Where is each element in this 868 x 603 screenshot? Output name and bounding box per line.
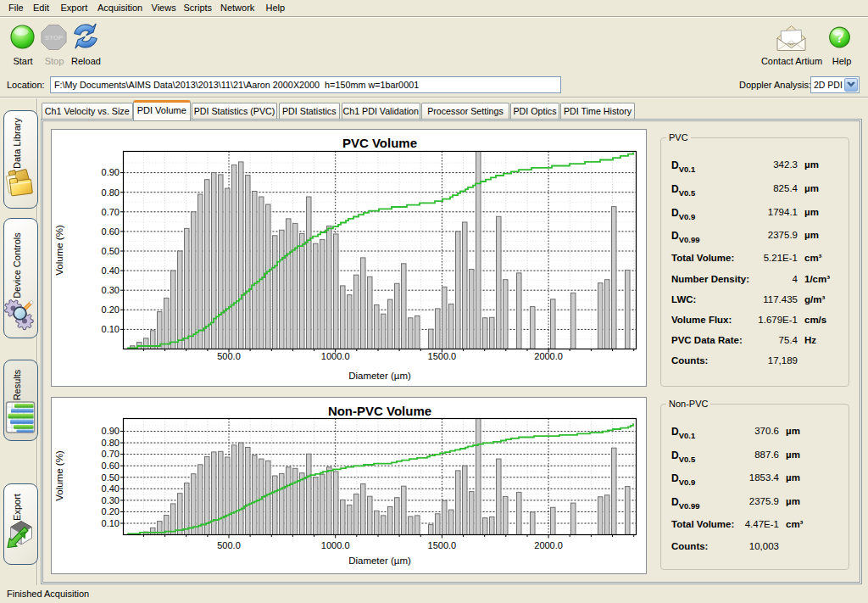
svg-text:0.50: 0.50 — [102, 472, 120, 483]
svg-text:0.50: 0.50 — [102, 246, 120, 256]
svg-text:0.90: 0.90 — [102, 167, 120, 177]
svg-text:PVC Volume: PVC Volume — [342, 136, 417, 150]
svg-text:Diameter (µm): Diameter (µm) — [348, 556, 411, 566]
svg-text:2000.0: 2000.0 — [534, 351, 563, 361]
svg-text:Volume (%): Volume (%) — [54, 225, 64, 276]
svg-text:0.20: 0.20 — [102, 506, 120, 516]
svg-text:1500.0: 1500.0 — [428, 351, 457, 361]
svg-text:1500.0: 1500.0 — [428, 540, 457, 550]
svg-text:0.80: 0.80 — [102, 187, 120, 198]
svg-text:?: ? — [836, 31, 844, 45]
svg-text:1000.0: 1000.0 — [321, 351, 350, 361]
svg-text:STOP: STOP — [45, 34, 64, 42]
svg-text:500.0: 500.0 — [217, 351, 241, 361]
svg-text:0.40: 0.40 — [102, 483, 120, 494]
svg-text:0.60: 0.60 — [102, 226, 120, 237]
svg-text:0.40: 0.40 — [102, 265, 120, 276]
svg-text:0.70: 0.70 — [102, 449, 120, 459]
svg-text:Non-PVC Volume: Non-PVC Volume — [328, 404, 431, 418]
svg-text:Diameter (µm): Diameter (µm) — [348, 371, 411, 381]
svg-text:0.80: 0.80 — [102, 438, 120, 448]
svg-text:0.20: 0.20 — [102, 304, 120, 315]
svg-text:1000.0: 1000.0 — [321, 540, 350, 550]
svg-text:0.30: 0.30 — [102, 285, 120, 295]
svg-text:Volume (%): Volume (%) — [54, 450, 64, 501]
svg-text:0.90: 0.90 — [102, 426, 120, 436]
svg-text:0.10: 0.10 — [102, 324, 120, 334]
svg-text:0.10: 0.10 — [102, 518, 120, 528]
svg-text:0.70: 0.70 — [102, 207, 120, 217]
svg-text:500.0: 500.0 — [217, 540, 241, 550]
svg-text:0.60: 0.60 — [102, 461, 120, 471]
svg-text:0.30: 0.30 — [102, 495, 120, 505]
svg-text:2000.0: 2000.0 — [534, 540, 563, 550]
